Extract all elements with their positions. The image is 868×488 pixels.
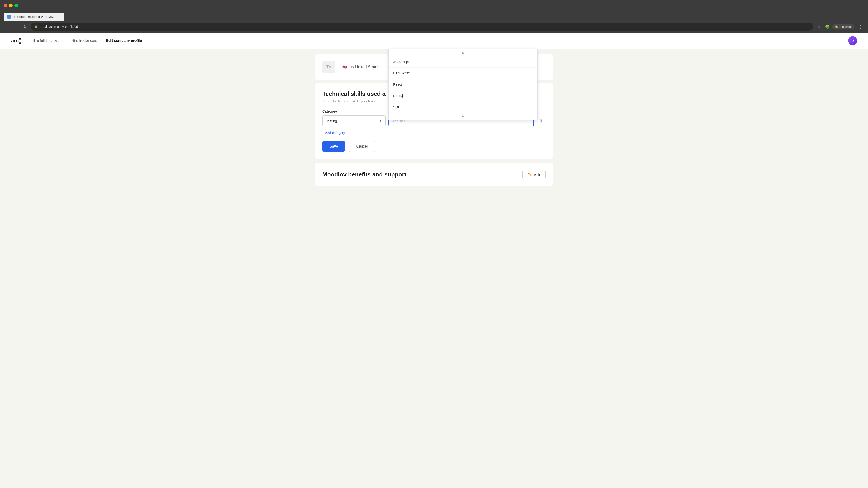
- cancel-button[interactable]: Cancel: [349, 141, 375, 152]
- category-select[interactable]: Testing ▼: [322, 116, 385, 126]
- browser-more-button[interactable]: ⋮: [856, 23, 864, 30]
- user-avatar[interactable]: U: [848, 36, 857, 45]
- window-maximize-button[interactable]: [14, 4, 18, 7]
- avatar-image: U: [848, 36, 857, 45]
- company-separator: |: [339, 65, 340, 69]
- address-lock-icon: 🔒: [34, 25, 38, 29]
- address-actions: ☆ 🧩 🕵 Incognito ⋮: [816, 23, 864, 30]
- window-minimize-button[interactable]: [9, 4, 13, 7]
- browser-addressbar: ← → ↻ 🔒 arc.dev/company-profile/edit ☆ 🧩…: [0, 21, 868, 33]
- address-text: arc.dev/company-profile/edit: [40, 25, 80, 29]
- scroll-down-icon: ▼: [461, 115, 465, 119]
- address-bar[interactable]: 🔒 arc.dev/company-profile/edit: [31, 23, 813, 31]
- main-nav: Hire full-time talent Hire freelancers E…: [32, 39, 837, 43]
- browser-chrome: Hire Top Remote Software Dev... ✕ + ← → …: [0, 0, 868, 33]
- add-category-link[interactable]: + Add category: [322, 131, 345, 135]
- browser-tabs: Hire Top Remote Software Dev... ✕ +: [0, 11, 868, 21]
- incognito-label: Incognito: [840, 25, 852, 29]
- skill-dropdown: ▲ JavaScript HTML/CSS React Node.js SQL …: [388, 49, 537, 120]
- scroll-indicator-bottom: ▼: [389, 113, 537, 120]
- trash-icon: 🗑: [539, 119, 543, 123]
- back-button[interactable]: ←: [4, 24, 10, 30]
- section-title-text: Technical skills used a: [322, 90, 385, 97]
- forward-button[interactable]: →: [13, 24, 19, 30]
- moodiov-section: Moodiov benefits and support ✏️ Edit: [315, 163, 553, 186]
- company-logo-text: To: [326, 64, 331, 70]
- new-tab-button[interactable]: +: [64, 13, 72, 21]
- edit-icon: ✏️: [528, 172, 532, 176]
- scroll-up-icon: ▲: [461, 51, 465, 55]
- window-controls: [4, 4, 18, 7]
- browser-tab-active[interactable]: Hire Top Remote Software Dev... ✕: [4, 13, 64, 21]
- refresh-button[interactable]: ↻: [22, 24, 28, 30]
- app-logo[interactable]: arc(): [11, 37, 22, 44]
- dropdown-item-sql[interactable]: SQL: [389, 101, 537, 113]
- moodiov-title: Moodiov benefits and support: [322, 171, 406, 178]
- dropdown-item-javascript[interactable]: JavaScript: [389, 56, 537, 68]
- edit-label: Edit: [534, 173, 540, 176]
- action-buttons: Save Cancel: [322, 141, 546, 152]
- window-close-button[interactable]: [4, 4, 7, 7]
- company-logo: To: [322, 61, 335, 73]
- incognito-icon: 🕵: [835, 25, 838, 29]
- dropdown-arrow-icon: ▼: [379, 119, 382, 123]
- browser-titlebar: [0, 0, 868, 11]
- company-info: | 🇺🇸 us United States: [339, 65, 379, 69]
- select-value: Testing: [326, 119, 337, 123]
- delete-skill-button[interactable]: 🗑: [537, 116, 546, 125]
- nav-hire-freelancers[interactable]: Hire freelancers: [71, 39, 97, 43]
- tab-favicon: [7, 15, 11, 19]
- country-flag-icon: 🇺🇸: [342, 65, 347, 69]
- extensions-button[interactable]: 🧩: [824, 24, 830, 30]
- select-trigger[interactable]: Testing ▼: [322, 116, 385, 126]
- moodiov-edit-button[interactable]: ✏️ Edit: [522, 170, 546, 179]
- page-content: arc() Hire full-time talent Hire freelan…: [0, 33, 868, 488]
- main-content: To | 🇺🇸 us United States Technical skill…: [310, 54, 558, 186]
- nav-hire-fulltime[interactable]: Hire full-time talent: [32, 39, 62, 43]
- incognito-badge: 🕵 Incognito: [832, 24, 855, 29]
- dropdown-item-react[interactable]: React: [389, 79, 537, 90]
- tab-title: Hire Top Remote Software Dev...: [13, 15, 55, 19]
- company-country: us United States: [350, 65, 379, 69]
- dropdown-item-nodejs[interactable]: Node.js: [389, 90, 537, 101]
- save-button[interactable]: Save: [322, 141, 345, 152]
- tab-close-button[interactable]: ✕: [57, 15, 61, 19]
- bookmark-button[interactable]: ☆: [816, 24, 822, 30]
- technical-skills-section: Technical skills used a Share the techni…: [315, 83, 553, 159]
- skill-input-container: ▲ JavaScript HTML/CSS React Node.js SQL …: [388, 116, 534, 126]
- dropdown-item-htmlcss[interactable]: HTML/CSS: [389, 68, 537, 79]
- app-header: arc() Hire full-time talent Hire freelan…: [0, 33, 868, 49]
- nav-edit-profile[interactable]: Edit company profile: [106, 39, 142, 43]
- scroll-indicator-top: ▲: [389, 49, 537, 56]
- skill-row: Testing ▼ ▲ JavaScript HTML/CSS React N: [322, 116, 546, 126]
